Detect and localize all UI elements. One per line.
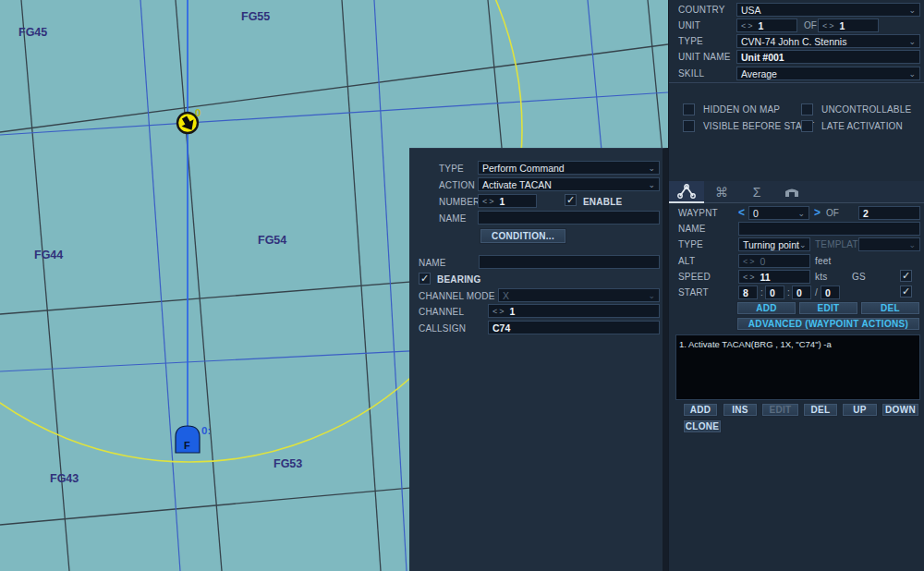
waypoint-select[interactable]: 0 ⌄ (748, 206, 809, 220)
spinner-right-icon[interactable]: > (749, 273, 754, 282)
spinner-right-icon[interactable]: > (499, 307, 504, 316)
waypnt-label: WAYPNT (678, 207, 718, 220)
alt-unit-label: feet (815, 255, 831, 268)
unit-name-value: Unit #001 (741, 52, 784, 63)
unit-name-input[interactable]: Unit #001 (736, 50, 920, 64)
clone-button[interactable]: CLONE (683, 419, 722, 433)
tab-route[interactable] (669, 181, 704, 203)
speed-stepper[interactable]: < > 11 (738, 270, 810, 284)
separator (669, 82, 924, 83)
start-day-value: 0 (825, 287, 831, 298)
callsign-input[interactable]: C74 (488, 321, 660, 334)
tab-summary[interactable]: Σ (739, 181, 774, 203)
start-day-input[interactable]: 0 (821, 286, 840, 299)
channel-mode-select[interactable]: X ⌄ (498, 288, 660, 302)
advanced-waypoint-actions-button[interactable]: ADVANCED (WAYPOINT ACTIONS) (736, 317, 920, 331)
waypoint-edit-button[interactable]: EDIT (798, 301, 858, 315)
condition-button[interactable]: CONDITION... (480, 228, 566, 244)
late-activation-checkbox[interactable] (801, 120, 813, 132)
unit-count-stepper[interactable]: < > 1 (818, 18, 879, 32)
channel-label: CHANNEL (419, 306, 464, 319)
spinner-left-icon[interactable]: < (743, 273, 748, 282)
tab-hangar[interactable] (774, 181, 809, 203)
unit-count-value: 1 (840, 20, 845, 31)
hidden-on-map-checkbox[interactable] (683, 103, 695, 115)
start-minutes-input[interactable]: 0 (765, 286, 784, 299)
waypoint-name-input[interactable] (738, 222, 920, 236)
spinner-left-icon[interactable]: < (482, 197, 487, 206)
check-icon: ✓ (566, 194, 575, 205)
spinner-right-icon[interactable]: > (748, 21, 752, 30)
unit-number-stepper[interactable]: < > 1 (736, 18, 797, 32)
spinner-right-icon[interactable]: > (829, 21, 833, 30)
waypoint-prev-button[interactable]: < (738, 206, 745, 219)
perform-command-dialog: TYPE Perform Command ⌄ ACTION Activate T… (409, 148, 668, 571)
speed-unit-label: kts (815, 271, 827, 284)
action-edit-button[interactable]: EDIT (761, 403, 799, 417)
cmd-number-stepper[interactable]: < > 1 (478, 194, 537, 208)
bearing-checkbox[interactable]: ✓ (419, 273, 431, 285)
country-select[interactable]: USA ⌄ (736, 3, 920, 17)
spinner-left-icon[interactable]: < (492, 307, 497, 316)
chevron-down-icon: ⌄ (799, 241, 807, 249)
unit-type-select[interactable]: CVN-74 John C. Stennis ⌄ (736, 34, 920, 48)
template-select[interactable]: ⌄ (858, 237, 920, 251)
unit-label: UNIT (678, 19, 700, 32)
start-hours-input[interactable]: 8 (738, 286, 758, 299)
spinner-left-icon[interactable]: < (741, 21, 746, 30)
cmd-type-label: TYPE (439, 163, 464, 176)
waypoint-type-select[interactable]: Turning point ⌄ (738, 237, 810, 251)
spinner-left-icon[interactable]: < (743, 257, 748, 266)
enable-checkbox[interactable]: ✓ (565, 194, 577, 206)
waypoint-del-button[interactable]: DEL (860, 301, 920, 315)
visible-before-start-checkbox[interactable] (683, 120, 695, 132)
cmd-action-select[interactable]: Activate TACAN ⌄ (478, 177, 660, 191)
action-ins-button[interactable]: INS (723, 403, 758, 417)
start-seconds-input[interactable]: 0 (792, 286, 811, 299)
channel-stepper[interactable]: < > 1 (488, 304, 660, 318)
cmd-name-input[interactable] (478, 211, 660, 225)
skill-select[interactable]: Average ⌄ (736, 67, 920, 80)
waypoint-actions-list[interactable]: 1. Activate TACAN(BRG , 1X, "C74") -a (675, 334, 920, 400)
tacan-name-input[interactable] (479, 255, 660, 269)
action-up-button[interactable]: UP (842, 403, 878, 417)
enable-label: ENABLE (583, 196, 622, 209)
spinner-left-icon[interactable]: < (822, 21, 827, 30)
waypoint-add-button[interactable]: ADD (736, 301, 796, 315)
chevron-down-icon: ⌄ (648, 181, 655, 188)
action-down-button[interactable]: DOWN (881, 403, 919, 417)
cmd-type-value: Perform Command (482, 163, 565, 174)
waypoint-number-label: 0 (195, 107, 201, 118)
check-icon: ✓ (420, 273, 429, 284)
grid-label: FG53 (274, 457, 302, 470)
cmd-number-label: NUMBER (439, 196, 480, 209)
unit-name-label: UNIT NAME (678, 51, 731, 64)
channel-mode-label: CHANNEL MODE (419, 290, 495, 303)
grid-label: FG54 (258, 234, 286, 247)
start-time-checkbox[interactable]: ✓ (900, 286, 912, 298)
hangar-icon (784, 186, 800, 199)
late-activation-label: LATE ACTIVATION (821, 120, 903, 133)
waypoint-next-button[interactable]: > (814, 206, 821, 219)
alt-stepper[interactable]: < > 0 (738, 254, 810, 268)
uncontrollable-checkbox[interactable] (801, 103, 813, 115)
unit-symbol-letter: F (184, 440, 190, 451)
waypoint-count-field[interactable]: 2 (858, 206, 920, 220)
list-item[interactable]: 1. Activate TACAN(BRG , 1X, "C74") -a (679, 339, 917, 349)
uncontrollable-label: UNCONTROLLABLE (821, 103, 911, 116)
action-add-button[interactable]: ADD (683, 403, 718, 417)
action-del-button[interactable]: DEL (803, 403, 838, 417)
time-separator: : (760, 287, 763, 298)
cmd-number-value: 1 (500, 196, 505, 207)
tab-payload[interactable]: ⌘ (704, 181, 739, 203)
chevron-down-icon: ⌄ (908, 70, 916, 78)
waypoint-count-value: 2 (863, 208, 869, 219)
unit-number-value: 1 (759, 20, 764, 31)
cmd-action-label: ACTION (439, 179, 475, 192)
gs-checkbox[interactable]: ✓ (900, 270, 912, 282)
bearing-label: BEARING (437, 273, 481, 286)
unit-properties-panel: COUNTRY USA ⌄ UNIT < > 1 OF < > 1 TYPE C… (668, 0, 924, 571)
spinner-right-icon[interactable]: > (489, 197, 493, 206)
cmd-type-select[interactable]: Perform Command ⌄ (478, 161, 660, 175)
spinner-right-icon[interactable]: > (749, 257, 754, 266)
